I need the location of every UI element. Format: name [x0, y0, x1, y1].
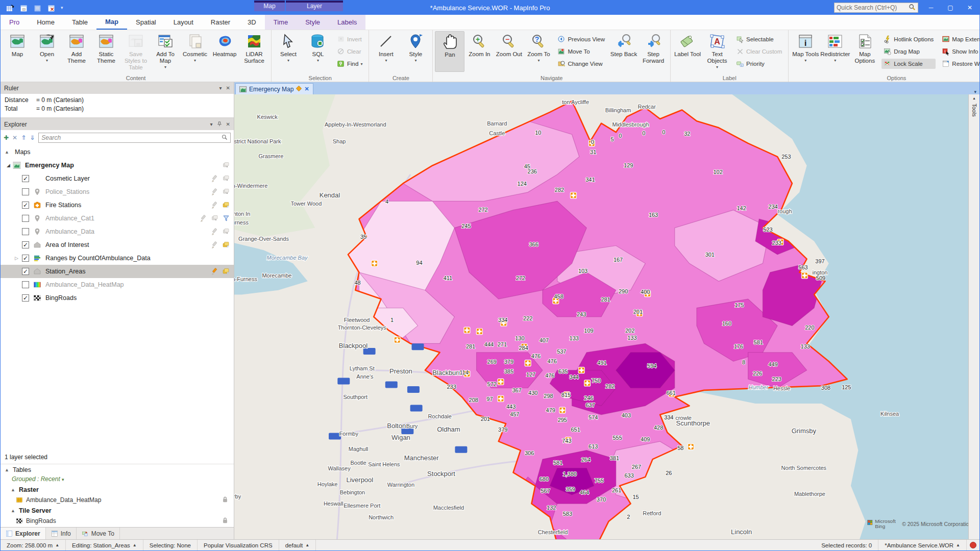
ribbon-tab-3d[interactable]: 3D [239, 15, 265, 30]
ribbon-tab-raster[interactable]: Raster [202, 15, 239, 30]
add-icon[interactable]: ✚ [4, 134, 9, 141]
zoom-out-button[interactable]: −Zoom Out [494, 31, 524, 72]
table-group-raster[interactable]: ▲Raster [1, 484, 234, 495]
modified-style-icon[interactable] [222, 267, 231, 276]
search-icon[interactable] [909, 4, 916, 12]
fire-station-marker[interactable] [394, 337, 400, 343]
edit-style-icon[interactable] [211, 267, 219, 276]
fire-station-marker[interactable] [688, 444, 694, 450]
layer-row-station-areas[interactable]: ✓Station_Areas [1, 265, 234, 278]
map-tab-close-icon[interactable]: ✕ [304, 86, 309, 92]
ribbon-tab-style[interactable]: Style [297, 15, 329, 30]
modified-style-icon[interactable] [222, 201, 231, 209]
layer-control-icon[interactable] [211, 214, 219, 222]
insert-button[interactable]: Insert▾ [371, 31, 401, 72]
dock-tab-move-to[interactable]: Move To [77, 528, 120, 539]
ribbon-tab-spatial[interactable]: Spatial [127, 15, 165, 30]
layer-row-ambulance-cat1[interactable]: Ambulance_Cat1 [1, 212, 234, 225]
layer-row-fire-stations[interactable]: ✓Fire Stations [1, 198, 234, 212]
panel-pin-icon[interactable] [217, 121, 222, 128]
move-up-icon[interactable]: ⇑ [21, 134, 26, 141]
modified-style-icon[interactable] [222, 241, 231, 249]
fire-station-marker[interactable] [476, 329, 482, 335]
map-extent-button[interactable]: Map Extent [940, 34, 980, 44]
layer-control-icon[interactable] [222, 228, 231, 236]
zoom-to-button[interactable]: ?Zoom To▾ [524, 31, 553, 72]
map-tools-button[interactable]: iMap Tools▾ [791, 31, 820, 72]
redistricter-button[interactable]: Redistricter▾ [820, 31, 850, 72]
find-button[interactable]: Find▾ [335, 59, 364, 69]
ribbon-tab-labels[interactable]: Labels [329, 15, 365, 30]
selectable-button[interactable]: Selectable [734, 34, 784, 44]
layer-visibility-checkbox[interactable]: ✓ [22, 241, 29, 248]
status-cell[interactable]: Selected records: 0 [815, 540, 878, 550]
remove-icon[interactable]: ✕ [12, 134, 17, 141]
layer-visibility-checkbox[interactable] [22, 188, 29, 195]
ribbon-tab-map[interactable]: Map [96, 15, 127, 30]
add-to-map-button[interactable]: Add To Map▾ [151, 31, 180, 72]
status-cell[interactable]: Selecting: None [143, 540, 198, 550]
fire-station-marker[interactable] [464, 327, 470, 333]
layer-row-ambulance-data[interactable]: Ambulance_Data [1, 225, 234, 238]
move-down-icon[interactable]: ⇓ [30, 134, 35, 141]
ribbon-tab-time[interactable]: Time [265, 15, 297, 30]
show-info-button[interactable]: iShow Info [940, 46, 980, 57]
layer-visibility-checkbox[interactable]: ✓ [22, 268, 29, 275]
minimize-button[interactable]: ─ [921, 1, 941, 15]
edit-style-icon[interactable] [211, 241, 219, 249]
layer-visibility-checkbox[interactable] [22, 281, 29, 288]
layer-row-ranges-by-countofambulance-data[interactable]: ▷✓Ranges by CountOfAmbulance_Data [1, 252, 234, 265]
layer-visibility-checkbox[interactable] [22, 215, 29, 222]
ribbon-tab-home[interactable]: Home [28, 15, 63, 30]
pan-button[interactable]: Pan [435, 31, 464, 72]
ribbon-tab-layout[interactable]: Layout [165, 15, 202, 30]
text-objects-button[interactable]: AText Objects▾ [702, 31, 732, 72]
open-button[interactable]: Open▾ [32, 31, 62, 72]
fire-station-marker[interactable] [559, 407, 566, 413]
edit-style-icon[interactable] [211, 228, 219, 236]
edit-style-icon[interactable] [200, 214, 208, 222]
panel-menu-icon[interactable]: ▾ [210, 121, 213, 127]
fire-station-marker[interactable] [498, 395, 504, 402]
edit-style-icon[interactable] [211, 201, 219, 209]
ribbon-tab-table[interactable]: Table [63, 15, 96, 30]
status-cell[interactable]: Zoom: 258.000 m▲ [1, 540, 66, 550]
previous-view-button[interactable]: Previous View [555, 34, 607, 44]
cosmetic-button[interactable]: Cosmetic▾ [180, 31, 210, 72]
hotlink-options-button[interactable]: Hotlink Options [881, 34, 936, 44]
layer-visibility-checkbox[interactable]: ✓ [22, 175, 29, 182]
layer-visibility-checkbox[interactable]: ✓ [22, 202, 29, 209]
panel-close-icon[interactable]: ✕ [226, 85, 230, 91]
move-to-button[interactable]: Move To [555, 46, 607, 57]
tools-side-strip[interactable]: ▴ Tools [968, 94, 979, 539]
close-button[interactable]: ✕ [960, 1, 979, 15]
status-cell[interactable]: *Ambulance Service.WOR▲ [878, 540, 967, 550]
dock-tab-explorer[interactable]: Explorer [1, 528, 46, 539]
maximize-button[interactable]: ▢ [941, 1, 960, 15]
ribbon-tab-pro[interactable]: Pro [1, 15, 28, 30]
style-button[interactable]: Style▾ [401, 31, 430, 72]
tab-strip-menu-icon[interactable]: ▾ [971, 89, 979, 94]
fire-station-marker[interactable] [584, 380, 591, 386]
fire-station-marker[interactable] [570, 192, 576, 198]
status-cell[interactable]: Editing: Station_Areas▲ [66, 540, 143, 550]
notification-icon[interactable] [970, 542, 976, 548]
layer-row-ambulance-data-heatmap[interactable]: Ambulance_Data_HeatMap [1, 278, 234, 291]
step-forward-button[interactable]: Step Forward [639, 31, 668, 72]
status-cell[interactable]: default▲ [279, 540, 316, 550]
explorer-search-input[interactable]: Search [38, 133, 231, 143]
fire-station-marker[interactable] [578, 367, 584, 373]
fire-station-marker[interactable] [525, 360, 531, 366]
layer-row-cosmetic-layer[interactable]: ✓Cosmetic Layer [1, 172, 234, 185]
fire-station-marker[interactable] [372, 260, 378, 266]
map-scope-icon[interactable] [222, 161, 231, 169]
map-button[interactable]: Map [3, 31, 32, 72]
sql-button[interactable]: SQL▾ [303, 31, 333, 72]
tables-grouping-label[interactable]: Grouped : Recent ▾ [1, 475, 234, 484]
label-tool-button[interactable]: Label Tool [673, 31, 702, 72]
lock-scale-button[interactable]: Lock Scale [881, 59, 936, 69]
layer-row-police-stations[interactable]: Police_Stations [1, 185, 234, 198]
layer-visibility-checkbox[interactable]: ✓ [22, 255, 29, 262]
select-button[interactable]: Select▾ [274, 31, 303, 72]
edit-style-icon[interactable] [211, 188, 219, 196]
